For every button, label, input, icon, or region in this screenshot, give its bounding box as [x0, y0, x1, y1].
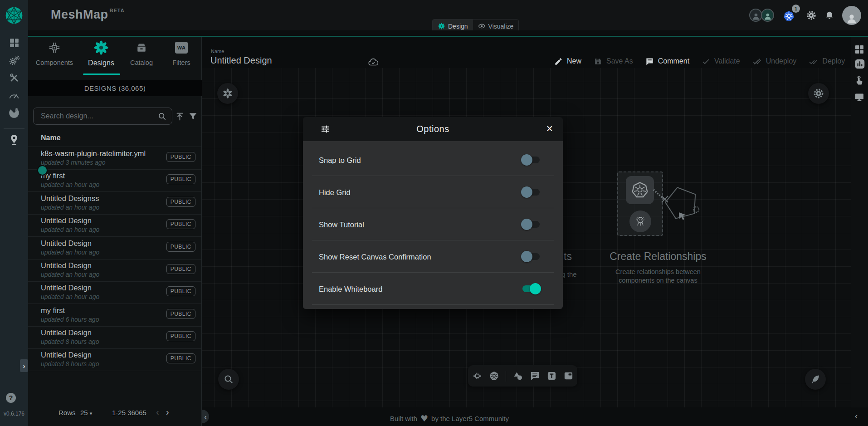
dock-chart-icon[interactable] [854, 58, 866, 70]
panel-tab-components[interactable]: Components [33, 40, 76, 66]
design-pinwheel-icon [438, 22, 445, 30]
table-row[interactable]: my first updated an hour ago PUBLIC [28, 169, 201, 192]
settings-gear-icon[interactable] [806, 10, 817, 21]
canvas-mesh-button[interactable] [217, 83, 238, 104]
visibility-badge: PUBLIC [166, 152, 195, 162]
avatar[interactable] [761, 9, 774, 22]
meshmap-app: MeshMapBETA Design Visualize [0, 0, 868, 426]
upload-icon[interactable] [175, 112, 185, 121]
add-component-icon[interactable] [472, 371, 483, 381]
mesh-gear-icon [222, 88, 234, 99]
help-button[interactable]: ? [6, 393, 16, 403]
dock-touch-icon[interactable] [854, 75, 865, 86]
option-row: Show Tutorial [303, 208, 563, 240]
option-label: Snap to Grid [319, 156, 361, 164]
top-header: MeshMapBETA Design Visualize [0, 0, 868, 30]
canvas-settings-button[interactable] [808, 83, 829, 104]
tab-design-label: Design [448, 23, 468, 30]
sidebar-item-configuration[interactable] [0, 72, 28, 83]
panel-tab-filters[interactable]: WA Filters [160, 40, 203, 66]
options-modal-body: Snap to Grid Hide Grid Show Tutorial Sho… [303, 141, 563, 309]
sidebar-item-dashboard[interactable] [0, 37, 28, 49]
design-name: my first [41, 306, 65, 315]
panel-expand-handle[interactable]: › [20, 359, 28, 372]
sidebar-item-lifecycle[interactable] [0, 54, 28, 67]
comment-button[interactable]: Comment [645, 57, 689, 66]
panel-tab-catalog[interactable]: Catalog [120, 40, 163, 66]
enable-whiteboard-toggle[interactable] [522, 285, 540, 292]
table-row[interactable]: Untitled Design updated 8 hours ago PUBL… [28, 326, 201, 349]
table-row[interactable]: Untitled Designss updated an hour ago PU… [28, 192, 201, 215]
canvas-pen-button[interactable] [805, 369, 826, 390]
sidebar-item-meshmap[interactable] [0, 134, 28, 146]
media-tool-icon[interactable] [563, 371, 574, 381]
collaborator-avatars[interactable] [749, 8, 775, 22]
prev-page-button[interactable]: ‹ [156, 407, 159, 417]
gear-icon [813, 88, 824, 99]
dock-dashboard-icon[interactable] [854, 44, 865, 55]
show-tutorial-toggle[interactable] [522, 221, 540, 228]
pagination-range: 1-25 36065 [112, 409, 146, 416]
section-title: DESIGNS (36,065) [28, 80, 202, 96]
hide-grid-toggle[interactable] [522, 189, 540, 196]
table-row[interactable]: Untitled Design updated an hour ago PUBL… [28, 259, 201, 282]
kubernetes-context-button[interactable]: 1 [783, 7, 798, 24]
meshery-logo-button[interactable] [0, 0, 28, 30]
design-name: k8s-wasm-plugin-ratelimiter.yml [41, 149, 146, 158]
new-button[interactable]: New [554, 57, 581, 66]
save-as-button[interactable]: Save As [594, 57, 633, 66]
dashboard-icon [9, 37, 20, 49]
caret-down-icon: ▾ [90, 411, 93, 416]
wasm-filter-icon: WA [160, 40, 203, 55]
visibility-badge: PUBLIC [166, 353, 195, 363]
panel-tab-designs[interactable]: Designs [80, 40, 122, 67]
tab-label: Designs [80, 59, 122, 67]
design-updated: updated an hour ago [41, 181, 99, 188]
table-row[interactable]: Untitled Design updated 8 hours ago PUBL… [28, 348, 201, 371]
gears-icon [8, 54, 20, 67]
design-name-input[interactable] [210, 55, 366, 69]
rows-per-page-select[interactable]: 25 ▾ [80, 409, 92, 416]
accent-divider [28, 36, 868, 37]
notification-bell-icon[interactable] [824, 10, 834, 20]
table-row[interactable]: Untitled Design updated an hour ago PUBL… [28, 281, 201, 304]
design-name: Untitled Design [41, 328, 92, 337]
help-label: ? [9, 394, 13, 402]
next-page-button[interactable]: › [166, 407, 169, 417]
dock-display-icon[interactable] [854, 92, 865, 103]
visibility-badge: PUBLIC [166, 219, 195, 229]
option-label: Show Reset Canvas Confirmation [319, 252, 431, 261]
header-gap [28, 30, 868, 36]
filter-funnel-icon[interactable] [188, 112, 198, 121]
table-row[interactable]: Untitled Design updated an hour ago PUBL… [28, 237, 201, 260]
shapes-tool-icon[interactable] [512, 371, 523, 382]
kubernetes-node [626, 176, 654, 204]
snap-to-grid-toggle[interactable] [522, 157, 540, 163]
text-tool-icon[interactable] [546, 371, 557, 381]
expand-right-handle[interactable]: ‹ [855, 411, 858, 421]
table-row[interactable]: my first updated 6 hours ago PUBLIC [28, 304, 201, 327]
close-icon[interactable]: × [546, 122, 553, 135]
design-updated: updated an hour ago [41, 226, 99, 233]
visibility-badge: PUBLIC [166, 197, 195, 207]
comment-tool-icon[interactable] [530, 371, 540, 381]
show-reset-canvas-confirmation-toggle[interactable] [522, 253, 540, 260]
visibility-badge: PUBLIC [166, 286, 195, 296]
search-input[interactable] [33, 108, 172, 125]
validate-button[interactable]: Validate [702, 57, 740, 66]
undeploy-button[interactable]: Undeploy [752, 57, 797, 66]
option-label: Enable Whiteboard [319, 284, 382, 293]
avatar[interactable] [749, 9, 762, 22]
location-pin-icon [9, 134, 20, 146]
rail-divider [4, 128, 24, 129]
canvas-zoom-button[interactable] [218, 369, 239, 390]
user-avatar[interactable] [842, 6, 861, 25]
beta-tag: BETA [110, 8, 125, 13]
kubernetes-tool-icon[interactable] [489, 371, 499, 381]
sidebar-item-extensions[interactable] [0, 107, 28, 119]
deploy-button[interactable]: Deploy [809, 57, 845, 66]
catalog-icon [120, 40, 163, 55]
sidebar-item-performance[interactable] [0, 90, 28, 102]
table-row[interactable]: Untitled Design updated an hour ago PUBL… [28, 214, 201, 237]
table-row[interactable]: k8s-wasm-plugin-ratelimiter.yml updated … [28, 147, 201, 170]
